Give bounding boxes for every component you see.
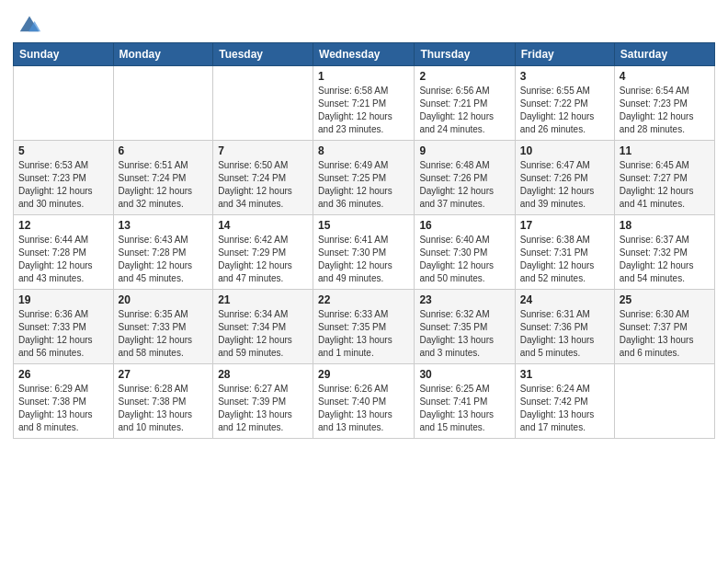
- day-number: 28: [218, 368, 308, 381]
- day-info: Sunrise: 6:32 AM Sunset: 7:35 PM Dayligh…: [419, 308, 509, 360]
- calendar-cell: 11Sunrise: 6:45 AM Sunset: 7:27 PM Dayli…: [614, 141, 714, 215]
- day-info: Sunrise: 6:56 AM Sunset: 7:21 PM Dayligh…: [419, 85, 509, 136]
- day-number: 16: [419, 219, 509, 232]
- day-number: 19: [18, 293, 108, 306]
- day-number: 20: [119, 293, 209, 306]
- day-info: Sunrise: 6:49 AM Sunset: 7:25 PM Dayligh…: [318, 159, 409, 211]
- calendar-cell: 5Sunrise: 6:53 AM Sunset: 7:23 PM Daylig…: [14, 141, 114, 215]
- logo-icon: [17, 9, 42, 35]
- day-info: Sunrise: 6:54 AM Sunset: 7:23 PM Dayligh…: [620, 85, 710, 136]
- day-number: 15: [318, 219, 409, 232]
- weekday-header-friday: Friday: [515, 43, 614, 66]
- calendar-cell: [14, 66, 114, 141]
- day-number: 10: [520, 144, 609, 157]
- calendar-cell: 19Sunrise: 6:36 AM Sunset: 7:33 PM Dayli…: [14, 290, 114, 364]
- day-number: 12: [18, 219, 108, 232]
- calendar-week-row: 5Sunrise: 6:53 AM Sunset: 7:23 PM Daylig…: [14, 141, 715, 215]
- day-number: 2: [419, 70, 509, 83]
- calendar-table: SundayMondayTuesdayWednesdayThursdayFrid…: [13, 42, 715, 439]
- calendar-cell: 25Sunrise: 6:30 AM Sunset: 7:37 PM Dayli…: [614, 290, 714, 364]
- calendar-cell: 24Sunrise: 6:31 AM Sunset: 7:36 PM Dayli…: [515, 290, 614, 364]
- day-info: Sunrise: 6:41 AM Sunset: 7:30 PM Dayligh…: [318, 234, 409, 285]
- calendar-cell: 14Sunrise: 6:42 AM Sunset: 7:29 PM Dayli…: [213, 215, 313, 290]
- day-number: 18: [620, 219, 710, 232]
- day-number: 4: [620, 70, 710, 83]
- calendar-cell: 27Sunrise: 6:28 AM Sunset: 7:38 PM Dayli…: [113, 364, 213, 439]
- day-info: Sunrise: 6:24 AM Sunset: 7:42 PM Dayligh…: [520, 383, 609, 434]
- day-number: 23: [419, 293, 509, 306]
- weekday-header-tuesday: Tuesday: [213, 43, 313, 66]
- day-info: Sunrise: 6:42 AM Sunset: 7:29 PM Dayligh…: [218, 234, 308, 285]
- day-number: 6: [119, 144, 209, 157]
- day-info: Sunrise: 6:37 AM Sunset: 7:32 PM Dayligh…: [620, 234, 710, 285]
- day-number: 25: [620, 293, 710, 306]
- day-info: Sunrise: 6:29 AM Sunset: 7:38 PM Dayligh…: [18, 383, 108, 434]
- calendar-cell: [614, 364, 714, 439]
- day-number: 24: [520, 293, 609, 306]
- day-number: 17: [520, 219, 609, 232]
- calendar-cell: 18Sunrise: 6:37 AM Sunset: 7:32 PM Dayli…: [614, 215, 714, 290]
- calendar-cell: 21Sunrise: 6:34 AM Sunset: 7:34 PM Dayli…: [213, 290, 313, 364]
- day-number: 26: [18, 368, 108, 381]
- day-number: 7: [218, 144, 308, 157]
- day-info: Sunrise: 6:47 AM Sunset: 7:26 PM Dayligh…: [520, 159, 609, 211]
- day-info: Sunrise: 6:45 AM Sunset: 7:27 PM Dayligh…: [620, 159, 710, 211]
- day-info: Sunrise: 6:36 AM Sunset: 7:33 PM Dayligh…: [18, 308, 108, 360]
- calendar-cell: 10Sunrise: 6:47 AM Sunset: 7:26 PM Dayli…: [515, 141, 614, 215]
- calendar-cell: 8Sunrise: 6:49 AM Sunset: 7:25 PM Daylig…: [313, 141, 415, 215]
- day-info: Sunrise: 6:51 AM Sunset: 7:24 PM Dayligh…: [119, 159, 209, 211]
- calendar-cell: 6Sunrise: 6:51 AM Sunset: 7:24 PM Daylig…: [113, 141, 213, 215]
- calendar-cell: 15Sunrise: 6:41 AM Sunset: 7:30 PM Dayli…: [313, 215, 415, 290]
- day-info: Sunrise: 6:38 AM Sunset: 7:31 PM Dayligh…: [520, 234, 609, 285]
- day-info: Sunrise: 6:30 AM Sunset: 7:37 PM Dayligh…: [620, 308, 710, 360]
- calendar-week-row: 19Sunrise: 6:36 AM Sunset: 7:33 PM Dayli…: [14, 290, 715, 364]
- calendar-cell: 22Sunrise: 6:33 AM Sunset: 7:35 PM Dayli…: [313, 290, 415, 364]
- calendar-cell: 12Sunrise: 6:44 AM Sunset: 7:28 PM Dayli…: [14, 215, 114, 290]
- day-info: Sunrise: 6:53 AM Sunset: 7:23 PM Dayligh…: [18, 159, 108, 211]
- day-info: Sunrise: 6:27 AM Sunset: 7:39 PM Dayligh…: [218, 383, 308, 434]
- calendar-cell: 26Sunrise: 6:29 AM Sunset: 7:38 PM Dayli…: [14, 364, 114, 439]
- calendar-cell: 23Sunrise: 6:32 AM Sunset: 7:35 PM Dayli…: [415, 290, 515, 364]
- calendar-cell: 29Sunrise: 6:26 AM Sunset: 7:40 PM Dayli…: [313, 364, 415, 439]
- day-number: 22: [318, 293, 409, 306]
- calendar-cell: 28Sunrise: 6:27 AM Sunset: 7:39 PM Dayli…: [213, 364, 313, 439]
- day-info: Sunrise: 6:28 AM Sunset: 7:38 PM Dayligh…: [119, 383, 209, 434]
- day-info: Sunrise: 6:33 AM Sunset: 7:35 PM Dayligh…: [318, 308, 409, 360]
- day-number: 27: [119, 368, 209, 381]
- calendar-week-row: 12Sunrise: 6:44 AM Sunset: 7:28 PM Dayli…: [14, 215, 715, 290]
- day-info: Sunrise: 6:35 AM Sunset: 7:33 PM Dayligh…: [119, 308, 209, 360]
- day-number: 30: [419, 368, 509, 381]
- calendar-week-row: 26Sunrise: 6:29 AM Sunset: 7:38 PM Dayli…: [14, 364, 715, 439]
- day-info: Sunrise: 6:40 AM Sunset: 7:30 PM Dayligh…: [419, 234, 509, 285]
- page-container: SundayMondayTuesdayWednesdayThursdayFrid…: [0, 0, 728, 448]
- calendar-cell: 20Sunrise: 6:35 AM Sunset: 7:33 PM Dayli…: [113, 290, 213, 364]
- day-number: 11: [620, 144, 710, 157]
- calendar-cell: 17Sunrise: 6:38 AM Sunset: 7:31 PM Dayli…: [515, 215, 614, 290]
- day-info: Sunrise: 6:48 AM Sunset: 7:26 PM Dayligh…: [419, 159, 509, 211]
- calendar-cell: 1Sunrise: 6:58 AM Sunset: 7:21 PM Daylig…: [313, 66, 415, 141]
- calendar-cell: 4Sunrise: 6:54 AM Sunset: 7:23 PM Daylig…: [614, 66, 714, 141]
- calendar-cell: 3Sunrise: 6:55 AM Sunset: 7:22 PM Daylig…: [515, 66, 614, 141]
- day-number: 29: [318, 368, 409, 381]
- page-header: [13, 9, 715, 35]
- day-info: Sunrise: 6:34 AM Sunset: 7:34 PM Dayligh…: [218, 308, 308, 360]
- day-number: 21: [218, 293, 308, 306]
- weekday-header-monday: Monday: [113, 43, 213, 66]
- day-info: Sunrise: 6:55 AM Sunset: 7:22 PM Dayligh…: [520, 85, 609, 136]
- calendar-cell: [213, 66, 313, 141]
- logo: [13, 9, 42, 35]
- weekday-header-sunday: Sunday: [14, 43, 114, 66]
- day-number: 9: [419, 144, 509, 157]
- calendar-cell: [113, 66, 213, 141]
- calendar-cell: 30Sunrise: 6:25 AM Sunset: 7:41 PM Dayli…: [415, 364, 515, 439]
- day-number: 13: [119, 219, 209, 232]
- calendar-cell: 13Sunrise: 6:43 AM Sunset: 7:28 PM Dayli…: [113, 215, 213, 290]
- calendar-cell: 7Sunrise: 6:50 AM Sunset: 7:24 PM Daylig…: [213, 141, 313, 215]
- calendar-cell: 16Sunrise: 6:40 AM Sunset: 7:30 PM Dayli…: [415, 215, 515, 290]
- calendar-week-row: 1Sunrise: 6:58 AM Sunset: 7:21 PM Daylig…: [14, 66, 715, 141]
- day-info: Sunrise: 6:26 AM Sunset: 7:40 PM Dayligh…: [318, 383, 409, 434]
- day-number: 8: [318, 144, 409, 157]
- day-number: 3: [520, 70, 609, 83]
- day-info: Sunrise: 6:50 AM Sunset: 7:24 PM Dayligh…: [218, 159, 308, 211]
- calendar-header-row: SundayMondayTuesdayWednesdayThursdayFrid…: [14, 43, 715, 66]
